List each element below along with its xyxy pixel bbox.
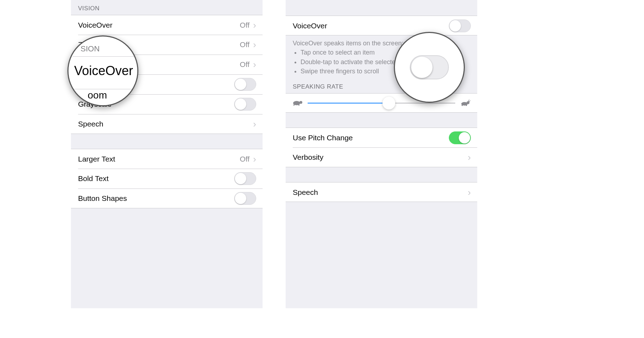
speaking-rate-slider[interactable]	[308, 103, 455, 103]
section-header-vision: VISION	[71, 0, 263, 15]
callout-voiceover-toggle	[394, 32, 465, 103]
zoom-fragment-top: SION	[81, 44, 100, 53]
zoom-toggle-off	[410, 55, 449, 79]
row-value: Off	[240, 60, 250, 69]
row-button-shapes[interactable]: Button Shapes	[71, 188, 263, 208]
chevron-right-icon: ›	[253, 154, 256, 164]
chevron-right-icon: ›	[253, 60, 256, 69]
svg-rect-9	[298, 105, 299, 106]
chevron-right-icon: ›	[468, 188, 471, 197]
zoom-main-label: VoiceOver	[74, 63, 137, 78]
chevron-right-icon: ›	[253, 119, 256, 129]
row-value: Off	[240, 40, 250, 49]
toggle-invert-colors[interactable]	[234, 78, 256, 91]
row-label: Button Shapes	[78, 194, 127, 203]
row-label: Larger Text	[78, 155, 115, 163]
toggle-bold-text[interactable]	[234, 172, 256, 185]
row-value: Off	[240, 155, 250, 163]
toggle-voiceover[interactable]	[449, 19, 471, 32]
row-label: VoiceOver	[293, 22, 327, 30]
toggle-grayscale[interactable]	[234, 98, 256, 111]
row-speech[interactable]: Speech ›	[71, 114, 263, 134]
row-voiceover[interactable]: VoiceOver Off ›	[71, 15, 263, 35]
toggle-button-shapes[interactable]	[234, 192, 256, 205]
row-label: Bold Text	[78, 174, 109, 183]
row-bold-text[interactable]: Bold Text	[71, 169, 263, 188]
chevron-right-icon: ›	[253, 21, 256, 30]
svg-rect-13	[466, 105, 467, 106]
zoom-fragment-bottom: oom	[88, 90, 107, 101]
turtle-icon	[292, 99, 303, 107]
row-label: Speech	[293, 188, 318, 197]
row-voiceover-toggle[interactable]: VoiceOver	[286, 16, 477, 35]
chevron-right-icon: ›	[468, 153, 471, 162]
row-label: VoiceOver	[78, 21, 112, 29]
row-label: Verbosity	[293, 153, 323, 162]
svg-rect-12	[462, 105, 463, 106]
row-label: Use Pitch Change	[293, 134, 353, 142]
chevron-right-icon: ›	[253, 40, 256, 49]
row-larger-text[interactable]: Larger Text Off ›	[71, 149, 263, 169]
slider-thumb[interactable]	[382, 97, 395, 109]
callout-voiceover-row: SION VoiceOver oom	[67, 35, 138, 106]
rabbit-icon	[460, 98, 471, 108]
row-value: Off	[240, 21, 250, 29]
svg-point-7	[299, 101, 302, 104]
svg-rect-8	[293, 105, 295, 106]
row-speech[interactable]: Speech ›	[286, 182, 477, 202]
toggle-use-pitch-change[interactable]	[449, 131, 471, 144]
row-use-pitch-change[interactable]: Use Pitch Change	[286, 128, 477, 147]
row-verbosity[interactable]: Verbosity ›	[286, 147, 477, 167]
row-label: Speech	[78, 120, 103, 128]
